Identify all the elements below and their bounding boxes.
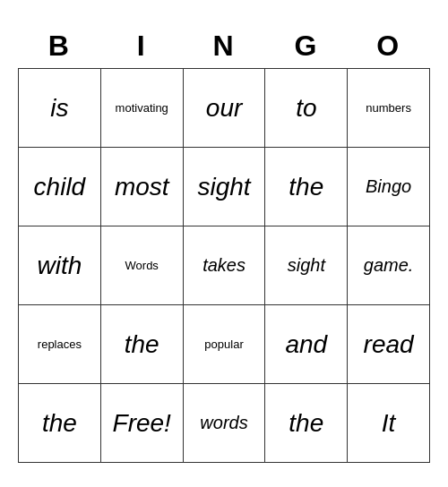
bingo-row-0: ismotivatingourtonumbers [19,69,430,148]
header-cell-g: G [265,24,348,69]
bingo-cell-0-4: numbers [348,69,430,148]
bingo-cell-3-4: read [348,305,430,384]
bingo-cell-1-4: Bingo [348,148,430,226]
bingo-cell-1-3: the [265,148,348,226]
bingo-cell-2-0: with [19,226,101,305]
header-cell-n: N [183,24,265,69]
bingo-cell-0-3: to [265,69,348,148]
bingo-row-2: withWordstakessightgame. [19,226,430,305]
bingo-cell-0-1: motivating [100,69,183,148]
bingo-cell-4-0: the [19,384,101,463]
bingo-card: BINGO ismotivatingourtonumberschildmosts… [18,24,430,464]
bingo-cell-3-2: popular [183,305,265,384]
bingo-cell-3-0: replaces [19,305,101,384]
bingo-cell-1-0: child [19,148,101,226]
bingo-cell-2-2: takes [183,226,265,305]
bingo-cell-2-1: Words [100,226,183,305]
header-cell-b: B [19,24,101,69]
bingo-table: BINGO ismotivatingourtonumberschildmosts… [18,24,430,464]
bingo-cell-1-2: sight [183,148,265,226]
bingo-cell-4-4: It [348,384,430,463]
bingo-cell-4-3: the [265,384,348,463]
header-row: BINGO [19,24,430,69]
bingo-row-3: replacesthepopularandread [19,305,430,384]
bingo-row-4: theFree!wordstheIt [19,384,430,463]
bingo-cell-1-1: most [100,148,183,226]
bingo-cell-4-2: words [183,384,265,463]
bingo-cell-2-3: sight [265,226,348,305]
header-cell-o: O [348,24,430,69]
bingo-cell-0-0: is [19,69,101,148]
bingo-cell-3-3: and [265,305,348,384]
bingo-cell-4-1: Free! [100,384,183,463]
bingo-cell-0-2: our [183,69,265,148]
bingo-cell-2-4: game. [348,226,430,305]
bingo-cell-3-1: the [100,305,183,384]
header-cell-i: I [100,24,183,69]
bingo-row-1: childmostsighttheBingo [19,148,430,226]
